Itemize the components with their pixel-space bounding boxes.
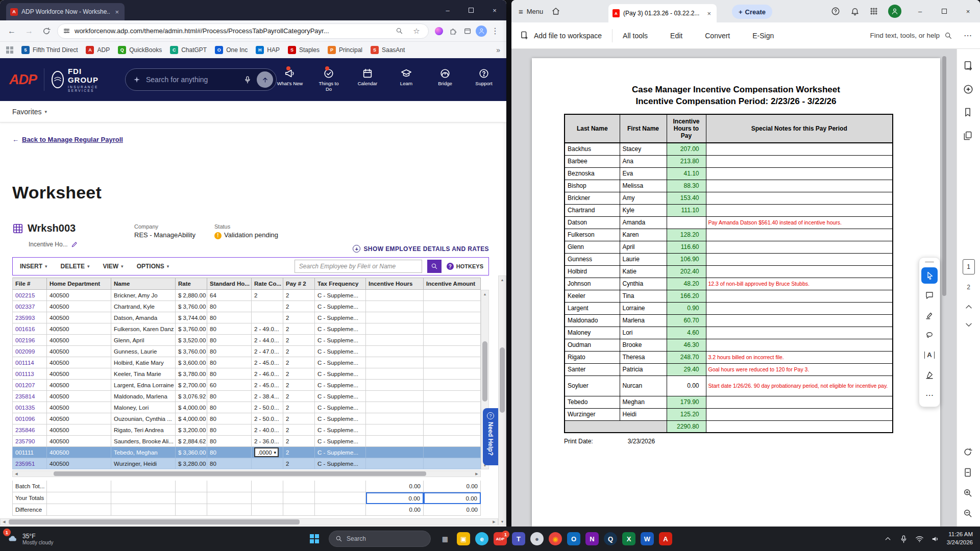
grid-cell[interactable]: 2 bbox=[283, 424, 315, 436]
grid-cell[interactable] bbox=[366, 402, 424, 413]
maximize-button[interactable] bbox=[459, 0, 483, 20]
grid-cell[interactable]: C - Suppleme... bbox=[315, 380, 366, 391]
bookmarks-overflow-icon[interactable]: » bbox=[496, 46, 500, 54]
file-number-link[interactable]: 235846 bbox=[12, 424, 47, 436]
mic-icon[interactable] bbox=[899, 535, 908, 543]
page-horizontal-scrollbar[interactable]: ◀ ▶ bbox=[0, 518, 498, 525]
table-row[interactable]: 002337400500Chartrand, Kyle$ 3,760.00802… bbox=[12, 301, 489, 312]
create-button[interactable]: +Create bbox=[732, 5, 772, 19]
add-file-button[interactable]: Add file to workspace bbox=[520, 31, 602, 40]
grid-cell[interactable]: 2 - 50.0... bbox=[252, 402, 283, 413]
adp-search-bar[interactable] bbox=[125, 68, 277, 91]
employee-search-input[interactable] bbox=[295, 260, 422, 273]
grid-cell[interactable]: Rigato, Teri Andrea bbox=[111, 424, 176, 436]
grid-cell[interactable]: 400500 bbox=[47, 424, 111, 436]
grid-cell[interactable]: 80 bbox=[207, 301, 252, 312]
nav-whats-new[interactable]: What's New bbox=[277, 68, 303, 92]
close-button[interactable]: × bbox=[956, 0, 980, 22]
scrollbar-thumb[interactable] bbox=[54, 471, 426, 476]
grid-cell[interactable]: 2 bbox=[283, 436, 315, 447]
grid-cell[interactable] bbox=[366, 391, 424, 402]
grid-cell[interactable]: Datson, Amanda bbox=[111, 312, 176, 323]
grid-cell[interactable]: 2 - 44.0... bbox=[252, 335, 283, 346]
site-info-icon[interactable] bbox=[63, 27, 70, 35]
home-icon[interactable] bbox=[551, 7, 560, 16]
copilot-icon[interactable]: ● bbox=[528, 530, 546, 548]
ai-assistant-icon[interactable] bbox=[963, 84, 975, 96]
grid-cell[interactable]: $ 3,200.00 bbox=[176, 424, 207, 436]
tray-chevron-up-icon[interactable] bbox=[884, 535, 892, 543]
grid-column-header[interactable]: Name bbox=[111, 278, 176, 290]
back-to-payroll-link[interactable]: ← Back to Manage Regular Payroll bbox=[12, 136, 123, 143]
grid-cell[interactable]: $ 3,760.00 bbox=[176, 301, 207, 312]
grid-cell[interactable] bbox=[252, 312, 283, 323]
grid-cell[interactable]: Keeler, Tina Marie bbox=[111, 368, 176, 380]
grid-cell[interactable]: 400500 bbox=[47, 357, 111, 368]
grid-cell[interactable]: 80 bbox=[207, 391, 252, 402]
toolbar-tab-e-sign[interactable]: E-Sign bbox=[752, 32, 774, 40]
grid-cell[interactable] bbox=[424, 436, 481, 447]
bookmark-item[interactable]: QQuickBooks bbox=[118, 46, 162, 54]
grid-cell[interactable] bbox=[424, 380, 481, 391]
grid-cell[interactable] bbox=[366, 447, 424, 458]
scrollbar-thumb[interactable] bbox=[482, 341, 487, 402]
grid-cell[interactable] bbox=[424, 424, 481, 436]
hotkeys-button[interactable]: ?HOTKEYS bbox=[447, 263, 483, 270]
file-number-link[interactable]: 001207 bbox=[12, 380, 47, 391]
bookmarks-panel-icon[interactable] bbox=[963, 107, 975, 119]
grid-cell[interactable]: C - Suppleme... bbox=[315, 323, 366, 335]
onenote-icon[interactable]: N bbox=[583, 530, 601, 548]
grid-cell[interactable]: C - Suppleme... bbox=[315, 357, 366, 368]
options-menu-button[interactable]: OPTIONS▾ bbox=[137, 263, 169, 270]
view-menu-button[interactable]: VIEW▾ bbox=[103, 263, 123, 270]
scrollbar-thumb[interactable] bbox=[9, 519, 300, 524]
table-row[interactable]: 002099400500Gunness, Laurie$ 3,760.00802… bbox=[12, 346, 489, 357]
chrome-icon[interactable]: ◉ bbox=[546, 530, 565, 548]
refresh-icon[interactable] bbox=[40, 24, 53, 38]
table-row[interactable]: 002196400500Glenn, April$ 3,520.00802 - … bbox=[12, 335, 489, 346]
toolbar-tab-edit[interactable]: Edit bbox=[670, 32, 682, 40]
grid-cell[interactable]: $ 3,076.92 bbox=[176, 391, 207, 402]
grid-cell[interactable] bbox=[424, 357, 481, 368]
table-row[interactable]: 001111400500Tebedo, Meghan$ 3,360.0080.0… bbox=[12, 447, 489, 458]
grid-cell[interactable] bbox=[424, 312, 481, 323]
grid-cell[interactable]: Tebedo, Meghan bbox=[111, 447, 176, 458]
grid-cell[interactable]: $ 3,520.00 bbox=[176, 335, 207, 346]
grid-cell[interactable]: 2 - 40.0... bbox=[252, 424, 283, 436]
scrollbar-thumb[interactable] bbox=[942, 56, 946, 296]
grid-cell[interactable]: Chartrand, Kyle bbox=[111, 301, 176, 312]
grid-cell[interactable]: 80 bbox=[207, 458, 252, 469]
fit-page-icon[interactable] bbox=[963, 467, 975, 480]
grid-cell[interactable]: C - Suppleme... bbox=[315, 301, 366, 312]
grid-cell[interactable] bbox=[366, 312, 424, 323]
grid-cell[interactable]: $ 3,600.00 bbox=[176, 357, 207, 368]
nav-support[interactable]: Support bbox=[471, 68, 497, 92]
page-thumbnail-2[interactable]: 2 bbox=[963, 280, 975, 295]
find-tools-button[interactable]: Find text, tools, or help bbox=[870, 32, 952, 40]
acrobat-document-tab[interactable]: A (Pay 3) 01.23.26 - 03.22.2... × bbox=[608, 4, 717, 22]
minimize-button[interactable]: – bbox=[908, 0, 932, 22]
browser-tab[interactable]: A ADP Workforce Now - Workshe... × bbox=[6, 3, 125, 20]
grid-cell[interactable]: 60 bbox=[207, 380, 252, 391]
nav-learn[interactable]: Learn bbox=[393, 68, 420, 92]
grid-cell[interactable]: Maldonado, Marlena bbox=[111, 391, 176, 402]
grid-cell[interactable]: 2 bbox=[283, 368, 315, 380]
grid-cell[interactable]: C - Suppleme... bbox=[315, 346, 366, 357]
grid-cell[interactable]: $ 3,780.00 bbox=[176, 368, 207, 380]
grid-cell[interactable]: 400500 bbox=[47, 312, 111, 323]
bookmark-star-icon[interactable]: ☆ bbox=[410, 24, 423, 38]
grid-horizontal-scrollbar[interactable]: ◀ ▶ bbox=[12, 470, 481, 477]
grid-cell[interactable]: Saunders, Brooke Ali... bbox=[111, 436, 176, 447]
rail-drag-handle[interactable] bbox=[925, 261, 934, 263]
grid-cell[interactable]: Ouzounian, Cynthia ... bbox=[111, 413, 176, 424]
grid-column-header[interactable]: Tax Frequency bbox=[315, 278, 366, 290]
grid-column-header[interactable]: Incentive Amount bbox=[424, 278, 481, 290]
file-number-link[interactable]: 235993 bbox=[12, 312, 47, 323]
grid-cell[interactable]: Brickner, Amy Jo bbox=[111, 290, 176, 301]
quickbooks-icon[interactable]: Q bbox=[601, 530, 620, 548]
extension-pink-icon[interactable] bbox=[433, 24, 445, 38]
table-row[interactable]: 001335400500Maloney, Lori$ 4,000.00802 -… bbox=[12, 402, 489, 413]
zoom-out-icon[interactable] bbox=[963, 508, 975, 520]
grid-cell[interactable]: $ 4,000.00 bbox=[176, 402, 207, 413]
mic-icon[interactable] bbox=[243, 76, 252, 84]
